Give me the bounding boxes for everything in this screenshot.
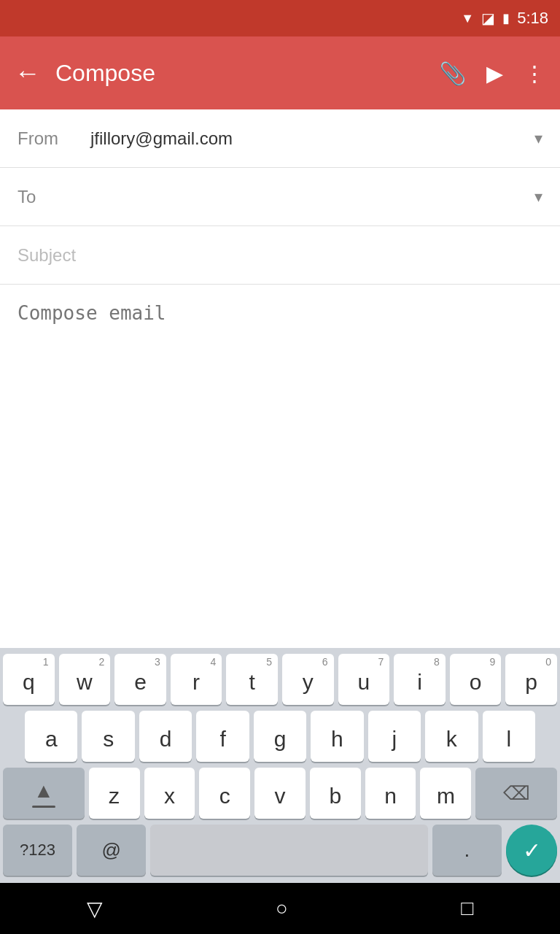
- key-row-3: ▲ z x c v b n m ⌫: [3, 768, 557, 819]
- shift-key[interactable]: ▲: [3, 768, 85, 819]
- key-y[interactable]: 6y: [282, 654, 334, 705]
- period-key[interactable]: .: [432, 825, 502, 876]
- send-button[interactable]: ▶: [486, 61, 503, 86]
- more-options-icon[interactable]: ⋮: [524, 61, 545, 86]
- key-row-2: a s d f g h j k l: [3, 711, 557, 762]
- key-f[interactable]: f: [196, 711, 249, 762]
- subject-input[interactable]: [18, 245, 542, 266]
- battery-icon: ▮: [502, 10, 510, 26]
- key-r[interactable]: 4r: [171, 654, 222, 705]
- key-v[interactable]: v: [254, 768, 306, 819]
- body-area[interactable]: [0, 285, 560, 454]
- period-label: .: [464, 838, 470, 862]
- key-e[interactable]: 3e: [114, 654, 166, 705]
- key-h[interactable]: h: [311, 711, 363, 762]
- nav-recent-icon[interactable]: □: [461, 897, 473, 920]
- key-z[interactable]: z: [89, 768, 140, 819]
- key-m[interactable]: m: [420, 768, 471, 819]
- key-t[interactable]: 5t: [226, 654, 278, 705]
- status-time: 5:18: [517, 9, 548, 28]
- key-d[interactable]: d: [139, 711, 192, 762]
- nav-home-icon[interactable]: ○: [276, 897, 288, 920]
- key-s[interactable]: s: [82, 711, 134, 762]
- numbers-label: ?123: [20, 841, 55, 860]
- done-label: ✓: [523, 838, 541, 863]
- done-key[interactable]: ✓: [506, 825, 557, 876]
- from-row: From jfillory@gmail.com ▾: [0, 109, 560, 168]
- key-w[interactable]: 2w: [59, 654, 111, 705]
- from-chevron-icon[interactable]: ▾: [534, 129, 542, 148]
- from-value: jfillory@gmail.com: [90, 128, 527, 149]
- status-bar: ▼ ◪ ▮ 5:18: [0, 0, 560, 36]
- body-input[interactable]: [18, 302, 542, 433]
- sim-icon: ◪: [481, 9, 495, 27]
- subject-row[interactable]: [0, 226, 560, 285]
- nav-back-icon[interactable]: ▽: [87, 897, 103, 921]
- to-input[interactable]: [90, 187, 527, 207]
- to-label: To: [18, 187, 90, 207]
- keyboard: 1q 2w 3e 4r 5t 6y 7u 8i 9o 0p a s d f g …: [0, 648, 560, 883]
- key-g[interactable]: g: [254, 711, 306, 762]
- app-bar: ← Compose 📎 ▶ ⋮: [0, 36, 560, 109]
- app-bar-actions: 📎 ▶ ⋮: [439, 61, 545, 86]
- key-l[interactable]: l: [483, 711, 535, 762]
- back-button[interactable]: ←: [15, 58, 41, 88]
- status-icons: ▼ ◪ ▮ 5:18: [461, 9, 548, 28]
- numbers-key[interactable]: ?123: [3, 825, 72, 876]
- bottom-nav: ▽ ○ □: [0, 883, 560, 934]
- key-j[interactable]: j: [368, 711, 421, 762]
- key-q[interactable]: 1q: [3, 654, 55, 705]
- key-p[interactable]: 0p: [505, 654, 557, 705]
- at-key[interactable]: @: [77, 825, 146, 876]
- key-i[interactable]: 8i: [394, 654, 446, 705]
- key-row-bottom: ?123 @ . ✓: [3, 825, 557, 876]
- key-u[interactable]: 7u: [338, 654, 390, 705]
- attach-icon[interactable]: 📎: [439, 61, 466, 86]
- to-row[interactable]: To ▾: [0, 168, 560, 226]
- key-k[interactable]: k: [425, 711, 478, 762]
- at-label: @: [102, 839, 121, 862]
- key-x[interactable]: x: [144, 768, 195, 819]
- space-key[interactable]: [150, 825, 428, 876]
- key-o[interactable]: 9o: [450, 654, 502, 705]
- backspace-key[interactable]: ⌫: [475, 768, 557, 819]
- from-label: From: [18, 128, 90, 149]
- key-b[interactable]: b: [310, 768, 361, 819]
- keyboard-rows: 1q 2w 3e 4r 5t 6y 7u 8i 9o 0p a s d f g …: [0, 648, 560, 876]
- key-c[interactable]: c: [199, 768, 250, 819]
- wifi-icon: ▼: [461, 11, 474, 26]
- to-chevron-icon[interactable]: ▾: [534, 188, 542, 207]
- email-form: From jfillory@gmail.com ▾ To ▾: [0, 109, 560, 454]
- key-n[interactable]: n: [365, 768, 416, 819]
- app-bar-title: Compose: [55, 60, 424, 87]
- key-row-1: 1q 2w 3e 4r 5t 6y 7u 8i 9o 0p: [3, 654, 557, 705]
- key-a[interactable]: a: [25, 711, 77, 762]
